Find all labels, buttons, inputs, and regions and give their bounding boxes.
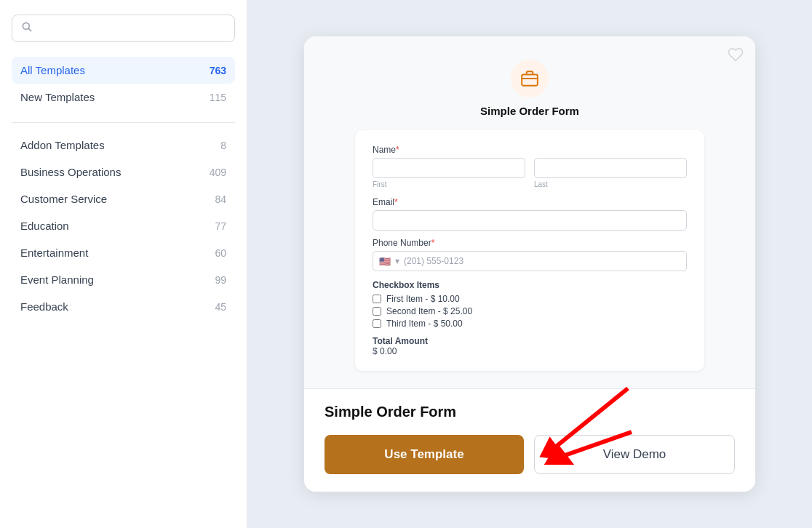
first-name-input[interactable]: [373, 158, 525, 178]
search-input[interactable]: simple order: [39, 23, 226, 35]
category-count: 115: [210, 92, 226, 103]
total-amount-value: $ 0.00: [373, 346, 687, 356]
total-section: Total Amount $ 0.00: [373, 336, 687, 356]
subcategory-count: 45: [215, 301, 226, 313]
subcategory-label: Event Planning: [20, 273, 94, 286]
form-inner: Name* First Last: [355, 130, 704, 371]
view-demo-button[interactable]: View Demo: [534, 435, 735, 474]
email-field-group: Email*: [373, 197, 687, 231]
flag-icon: 🇺🇸: [379, 256, 391, 267]
name-field-label: Name*: [373, 145, 687, 155]
form-preview-title: Simple Order Form: [480, 105, 579, 117]
subcategory-count: 60: [215, 247, 226, 259]
use-template-button[interactable]: Use Template: [325, 435, 524, 474]
sidebar-item-new-templates[interactable]: New Templates 115: [12, 84, 235, 111]
phone-field-label: Phone Number*: [373, 238, 687, 248]
phone-field-group: Phone Number* 🇺🇸 ▾ (201) 555-0123: [373, 238, 687, 271]
checkbox-item-1[interactable]: First Item - $ 10.00: [373, 294, 687, 304]
subcategory-count: 84: [215, 193, 226, 205]
checkbox-input-3[interactable]: [373, 319, 381, 328]
search-box[interactable]: simple order: [12, 15, 235, 42]
category-count: 763: [210, 65, 226, 76]
form-icon-wrap: [511, 60, 549, 97]
category-list: All Templates 763 New Templates 115: [12, 57, 235, 111]
sidebar-item-feedback[interactable]: Feedback 45: [12, 293, 235, 320]
sidebar-item-business-operations[interactable]: Business Operations 409: [12, 159, 235, 185]
checkbox-label-1: First Item - $ 10.00: [386, 294, 460, 304]
name-field-group: Name* First Last: [373, 145, 687, 188]
subcategory-label: Education: [20, 220, 69, 232]
checkbox-input-2[interactable]: [373, 307, 381, 316]
checkbox-input-1[interactable]: [373, 295, 381, 303]
sidebar-item-all-templates[interactable]: All Templates 763: [12, 57, 235, 84]
subcategory-label: Addon Templates: [20, 139, 105, 151]
favorite-button[interactable]: [728, 47, 744, 67]
checkbox-label-2: Second Item - $ 25.00: [386, 306, 472, 316]
name-row: First Last: [373, 158, 687, 188]
first-sub-label: First: [373, 180, 525, 188]
last-name-col: Last: [534, 158, 687, 188]
category-label: All Templates: [20, 64, 85, 76]
sidebar: simple order All Templates 763 New Templ…: [0, 0, 247, 528]
last-name-input[interactable]: [534, 158, 687, 178]
last-sub-label: Last: [534, 180, 687, 188]
subcategory-label: Customer Service: [20, 193, 107, 205]
card-footer: Simple Order Form Use Template View Demo: [304, 389, 755, 492]
subcategory-label: Entertainment: [20, 247, 88, 259]
phone-placeholder: (201) 555-0123: [404, 256, 463, 266]
total-amount-label: Total Amount: [373, 336, 687, 346]
briefcase-icon: [520, 69, 539, 88]
sidebar-item-education[interactable]: Education 77: [12, 212, 235, 239]
divider: [12, 122, 235, 123]
form-preview: Simple Order Form Name* First La: [304, 36, 755, 389]
checkbox-label-3: Third Item - $ 50.00: [386, 319, 463, 329]
template-card: Simple Order Form Name* First La: [304, 36, 755, 492]
main-content: Simple Order Form Name* First La: [247, 0, 812, 528]
first-name-col: First: [373, 158, 525, 188]
subcategory-label: Business Operations: [20, 166, 121, 178]
category-label: New Templates: [20, 91, 95, 103]
subcategory-label: Feedback: [20, 300, 68, 313]
sidebar-item-event-planning[interactable]: Event Planning 99: [12, 266, 235, 293]
sidebar-item-customer-service[interactable]: Customer Service 84: [12, 185, 235, 212]
subcategory-count: 409: [210, 167, 226, 178]
checkbox-section-label: Checkbox Items: [373, 280, 687, 290]
subcategory-count: 77: [215, 220, 226, 232]
checkbox-item-3[interactable]: Third Item - $ 50.00: [373, 319, 687, 329]
sidebar-item-addon-templates[interactable]: Addon Templates 8: [12, 132, 235, 159]
subcategory-list: Addon Templates 8 Business Operations 40…: [12, 132, 235, 320]
sidebar-item-entertainment[interactable]: Entertainment 60: [12, 239, 235, 266]
subcategory-count: 99: [215, 274, 226, 286]
email-field-label: Email*: [373, 197, 687, 207]
checkbox-section: Checkbox Items First Item - $ 10.00 Seco…: [373, 280, 687, 329]
card-footer-title: Simple Order Form: [325, 404, 735, 420]
checkbox-item-2[interactable]: Second Item - $ 25.00: [373, 306, 687, 316]
svg-rect-1: [522, 75, 538, 86]
phone-input-row[interactable]: 🇺🇸 ▾ (201) 555-0123: [373, 251, 687, 271]
card-actions: Use Template View Demo: [325, 435, 735, 474]
subcategory-count: 8: [220, 140, 226, 151]
search-icon: [21, 21, 33, 36]
email-input[interactable]: [373, 210, 687, 231]
